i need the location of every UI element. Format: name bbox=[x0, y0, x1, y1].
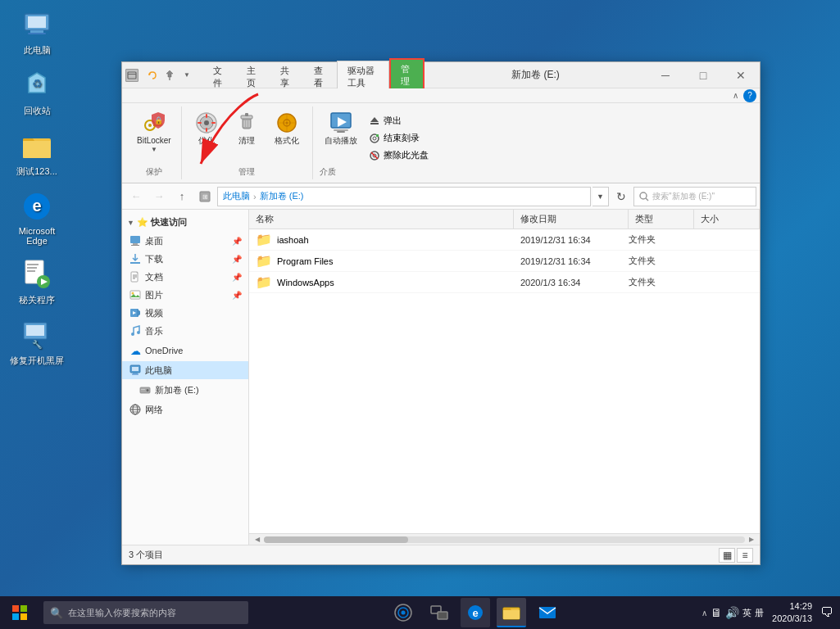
sidebar-item-onedrive[interactable]: ☁ OneDrive bbox=[122, 342, 248, 360]
tray-network-icon[interactable]: 🖥 bbox=[711, 606, 722, 619]
taskbar-edge-app[interactable]: e bbox=[461, 598, 490, 627]
test-folder-label: 测试123... bbox=[16, 165, 57, 178]
file-row-windowsapps[interactable]: 📁 WindowsApps 2020/1/3 16:34 文件夹 bbox=[249, 272, 760, 293]
tray-lang-icon[interactable]: 英 bbox=[742, 607, 751, 619]
col-header-date[interactable]: 修改日期 bbox=[514, 210, 629, 229]
desktop-icon-startup[interactable]: 秘关程序 bbox=[8, 258, 66, 306]
desktop-icons: 此电脑 ♻ 回收站 测试123... bbox=[8, 8, 66, 367]
tab-view[interactable]: 查看 bbox=[303, 61, 337, 93]
bitlocker-button[interactable]: 🔒 BitLocker ▼ bbox=[134, 108, 175, 155]
desktop-icon-this-pc[interactable]: 此电脑 bbox=[8, 8, 66, 57]
tray-arrow-icon[interactable]: ∧ bbox=[702, 609, 707, 618]
tab-file[interactable]: 文件 bbox=[202, 61, 236, 93]
col-header-size[interactable]: 大小 bbox=[694, 210, 760, 229]
path-segment-this-pc[interactable]: 此电脑 bbox=[223, 190, 250, 202]
new-volume-section: 新加卷 (E:) bbox=[122, 381, 248, 399]
qat-undo-icon[interactable] bbox=[145, 68, 160, 83]
maximize-button[interactable]: □ bbox=[684, 62, 722, 88]
erase-disc-button[interactable]: 擦除此光盘 bbox=[366, 147, 432, 163]
svg-rect-95 bbox=[20, 605, 27, 612]
list-view-button[interactable]: ≡ bbox=[737, 548, 753, 563]
sidebar-item-desktop[interactable]: 桌面 📌 bbox=[122, 232, 248, 250]
address-dropdown-button[interactable]: ▼ bbox=[593, 187, 609, 206]
quick-access-header[interactable]: ▼ ⭐ 快速访问 bbox=[122, 213, 248, 232]
scrollbar-track[interactable] bbox=[264, 536, 745, 543]
refresh-button[interactable]: ↻ bbox=[611, 186, 632, 207]
sidebar-item-pictures[interactable]: 图片 📌 bbox=[122, 286, 248, 304]
search-box[interactable]: 搜索"新加卷 (E:)" bbox=[633, 187, 756, 206]
network-sidebar-label: 网络 bbox=[145, 404, 163, 416]
desktop-icon-repair[interactable]: 🔧 修复开机黑屏 bbox=[8, 319, 66, 367]
file-name-iashoah: 📁 iashoah bbox=[249, 232, 514, 247]
folder-icon-windowsapps: 📁 bbox=[256, 274, 272, 290]
taskbar-cortana[interactable] bbox=[388, 598, 418, 627]
svg-text:🔒: 🔒 bbox=[153, 115, 163, 125]
scrollbar-thumb[interactable] bbox=[264, 536, 408, 543]
sidebar-item-this-pc[interactable]: 此电脑 bbox=[122, 361, 248, 379]
horizontal-scrollbar[interactable]: ◀ ▶ bbox=[249, 533, 760, 545]
sidebar-item-music[interactable]: 音乐 bbox=[122, 322, 248, 340]
nav-recent-button[interactable]: ⊞ bbox=[194, 186, 216, 207]
desktop-icon-test-folder[interactable]: 测试123... bbox=[8, 129, 66, 178]
autoplay-label: 自动播放 bbox=[325, 136, 357, 146]
eject-button[interactable]: 弹出 bbox=[366, 113, 432, 129]
tray-ime-icon[interactable]: 册 bbox=[755, 607, 764, 619]
svg-rect-83 bbox=[133, 373, 138, 374]
nav-forward-button[interactable]: → bbox=[148, 186, 170, 207]
file-row-program-files[interactable]: 📁 Program Files 2019/12/31 16:34 文件夹 bbox=[249, 251, 760, 272]
end-burn-button[interactable]: 结束刻录 bbox=[366, 130, 432, 146]
col-header-name[interactable]: 名称 bbox=[249, 210, 514, 229]
scroll-right-button[interactable]: ▶ bbox=[745, 534, 758, 545]
sidebar-item-videos[interactable]: 视频 bbox=[122, 304, 248, 322]
svg-rect-36 bbox=[211, 122, 216, 124]
desktop-icon-edge[interactable]: e Microsoft Edge bbox=[8, 190, 66, 246]
tab-manage[interactable]: 管理 bbox=[389, 58, 425, 93]
svg-marker-22 bbox=[166, 70, 173, 77]
sidebar-item-downloads[interactable]: 下载 📌 bbox=[122, 250, 248, 268]
file-row-iashoah[interactable]: 📁 iashoah 2019/12/31 16:34 文件夹 bbox=[249, 229, 760, 251]
ribbon-group-manage: 优化 bbox=[182, 106, 313, 179]
autoplay-button[interactable]: 自动播放 bbox=[320, 108, 362, 147]
nav-back-button[interactable]: ← bbox=[125, 186, 147, 207]
svg-text:🔧: 🔧 bbox=[32, 339, 43, 350]
scroll-left-button[interactable]: ◀ bbox=[251, 534, 264, 545]
nav-up-button[interactable]: ↑ bbox=[171, 186, 193, 207]
taskbar-clock[interactable]: 14:29 2020/3/13 bbox=[772, 600, 812, 626]
tray-volume-icon[interactable]: 🔊 bbox=[725, 606, 739, 619]
grid-view-button[interactable]: ▦ bbox=[719, 548, 735, 563]
taskbar-search[interactable]: 🔍 在这里输入你要搜索的内容 bbox=[43, 601, 248, 624]
tab-share[interactable]: 共享 bbox=[270, 61, 303, 93]
optimize-button[interactable]: 优化 bbox=[188, 108, 225, 147]
pictures-pin-icon: 📌 bbox=[232, 291, 242, 300]
close-button[interactable]: ✕ bbox=[722, 62, 760, 88]
taskbar-file-explorer-app[interactable] bbox=[497, 598, 526, 627]
sidebar-item-network[interactable]: 网络 bbox=[122, 400, 248, 419]
documents-pin-icon: 📌 bbox=[232, 273, 242, 282]
col-header-type[interactable]: 类型 bbox=[629, 210, 694, 229]
documents-sidebar-icon bbox=[129, 270, 142, 283]
downloads-pin-icon: 📌 bbox=[232, 255, 242, 264]
clean-button[interactable]: 清理 bbox=[229, 108, 266, 147]
help-icon[interactable]: ? bbox=[743, 89, 756, 102]
file-date-program-files: 2019/12/31 16:34 bbox=[514, 256, 629, 266]
bitlocker-label: BitLocker bbox=[137, 136, 171, 146]
format-button[interactable]: 格式化 bbox=[269, 108, 306, 147]
svg-rect-97 bbox=[20, 613, 27, 620]
qat-dropdown-icon[interactable]: ▼ bbox=[179, 68, 194, 83]
desktop-icon-recycle-bin[interactable]: ♻ 回收站 bbox=[8, 69, 66, 117]
address-path[interactable]: 此电脑 › 新加卷 (E:) bbox=[217, 187, 591, 206]
minimize-button[interactable]: ─ bbox=[647, 62, 684, 88]
sidebar-item-documents[interactable]: 文档 📌 bbox=[122, 268, 248, 286]
taskbar-mail-app[interactable] bbox=[533, 598, 562, 627]
taskbar-task-view[interactable] bbox=[425, 598, 454, 627]
format-label: 格式化 bbox=[275, 136, 299, 146]
path-segment-volume[interactable]: 新加卷 (E:) bbox=[260, 190, 304, 202]
window-icon-btn[interactable] bbox=[125, 69, 138, 82]
tray-notification-icon[interactable]: 🗨 bbox=[820, 605, 833, 620]
tab-drive-tools[interactable]: 驱动器工具 bbox=[337, 61, 389, 93]
qat-pin-icon[interactable] bbox=[162, 68, 177, 83]
start-button[interactable] bbox=[0, 596, 39, 629]
tab-home[interactable]: 主页 bbox=[236, 61, 270, 93]
ribbon-collapse-icon[interactable]: ∧ bbox=[733, 91, 738, 100]
sidebar-item-new-volume[interactable]: 新加卷 (E:) bbox=[122, 381, 248, 399]
